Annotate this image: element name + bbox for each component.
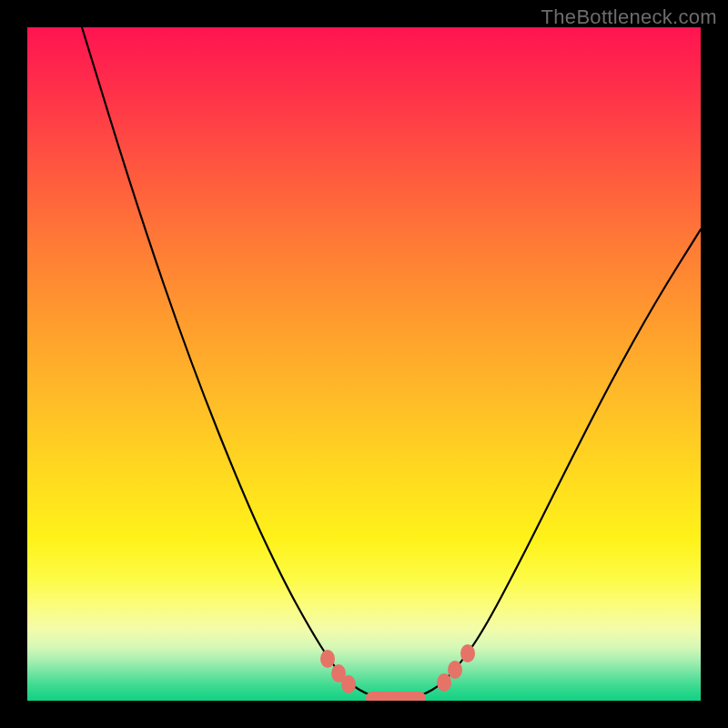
chart-frame: TheBottleneck.com: [0, 0, 728, 728]
marker-right-2: [448, 661, 462, 679]
marker-group: [320, 644, 475, 701]
watermark-text: TheBottleneck.com: [541, 5, 717, 29]
optimal-range-pill: [366, 692, 426, 701]
marker-left-1: [320, 650, 335, 668]
marker-right-3: [460, 644, 475, 662]
marker-right-1: [437, 673, 451, 692]
marker-left-3: [341, 675, 356, 693]
plot-area: [27, 27, 701, 701]
bottleneck-curve: [82, 27, 701, 699]
curve-layer: [27, 27, 701, 701]
